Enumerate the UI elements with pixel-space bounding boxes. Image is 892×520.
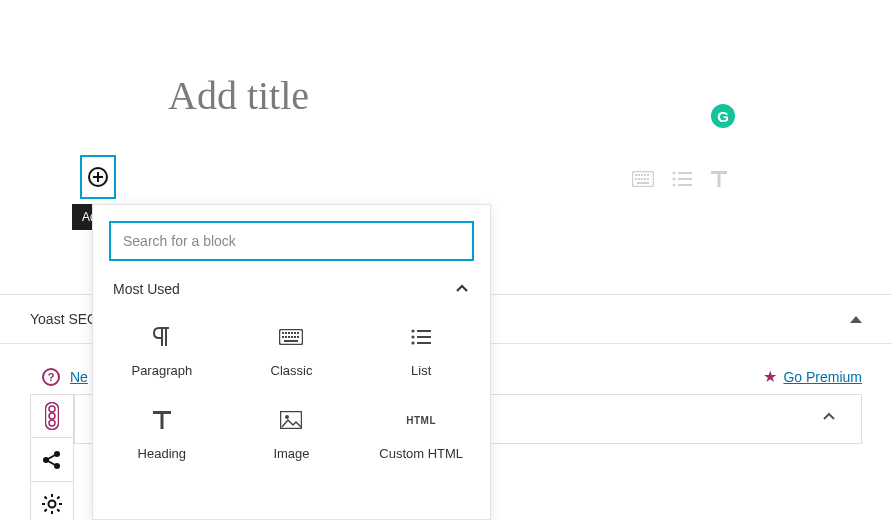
svg-rect-2 bbox=[638, 174, 640, 176]
svg-rect-7 bbox=[638, 178, 640, 180]
block-label: Classic bbox=[271, 363, 313, 378]
svg-rect-8 bbox=[641, 178, 643, 180]
svg-rect-46 bbox=[285, 336, 287, 338]
post-title-placeholder[interactable]: Add title bbox=[168, 72, 892, 119]
yoast-side-tabs bbox=[30, 394, 74, 520]
svg-rect-57 bbox=[417, 342, 431, 344]
block-label: Paragraph bbox=[131, 363, 192, 378]
social-tab[interactable] bbox=[30, 438, 74, 482]
image-icon bbox=[279, 408, 303, 432]
svg-rect-47 bbox=[288, 336, 290, 338]
need-help-label: Ne bbox=[70, 369, 88, 385]
settings-tab[interactable] bbox=[30, 482, 74, 520]
svg-rect-39 bbox=[282, 332, 284, 334]
svg-rect-51 bbox=[284, 340, 298, 342]
go-premium-label: Go Premium bbox=[783, 369, 862, 385]
caret-up-icon bbox=[850, 316, 862, 323]
svg-point-16 bbox=[673, 184, 676, 187]
svg-rect-49 bbox=[294, 336, 296, 338]
svg-rect-10 bbox=[647, 178, 649, 180]
paragraph-icon bbox=[150, 325, 174, 349]
svg-line-37 bbox=[57, 496, 59, 498]
svg-rect-55 bbox=[417, 336, 431, 338]
svg-point-21 bbox=[49, 406, 55, 412]
paragraph-toolbar bbox=[632, 170, 728, 188]
block-label: Image bbox=[273, 446, 309, 461]
block-classic[interactable]: Classic bbox=[227, 307, 357, 390]
yoast-seo-title: Yoast SEO bbox=[30, 311, 98, 327]
svg-rect-11 bbox=[637, 182, 649, 184]
list-icon bbox=[409, 325, 433, 349]
go-premium-link[interactable]: ★ Go Premium bbox=[763, 367, 862, 386]
star-icon: ★ bbox=[763, 367, 777, 386]
section-title: Most Used bbox=[113, 281, 180, 297]
svg-rect-19 bbox=[718, 171, 721, 187]
svg-rect-5 bbox=[647, 174, 649, 176]
readability-tab[interactable] bbox=[30, 394, 74, 438]
block-custom-html[interactable]: HTML Custom HTML bbox=[356, 390, 486, 473]
block-label: Custom HTML bbox=[379, 446, 463, 461]
svg-rect-45 bbox=[282, 336, 284, 338]
grammarly-icon[interactable]: G bbox=[711, 104, 735, 128]
svg-point-52 bbox=[412, 329, 415, 332]
svg-point-61 bbox=[285, 415, 289, 419]
add-block-button[interactable] bbox=[80, 155, 116, 199]
most-used-section-header[interactable]: Most Used bbox=[93, 269, 490, 301]
plus-icon bbox=[88, 167, 108, 187]
block-label: List bbox=[411, 363, 431, 378]
svg-rect-48 bbox=[291, 336, 293, 338]
classic-icon bbox=[279, 325, 303, 349]
svg-rect-50 bbox=[297, 336, 299, 338]
block-search-input[interactable] bbox=[109, 221, 474, 261]
svg-rect-6 bbox=[635, 178, 637, 180]
svg-line-36 bbox=[45, 509, 47, 511]
need-help-link[interactable]: ? Ne bbox=[42, 368, 88, 386]
svg-point-22 bbox=[49, 413, 55, 419]
block-label: Heading bbox=[138, 446, 186, 461]
svg-point-56 bbox=[412, 341, 415, 344]
svg-point-54 bbox=[412, 335, 415, 338]
chevron-up-icon bbox=[454, 281, 470, 297]
svg-rect-41 bbox=[288, 332, 290, 334]
keyboard-icon[interactable] bbox=[632, 171, 654, 187]
svg-rect-4 bbox=[644, 174, 646, 176]
svg-rect-3 bbox=[641, 174, 643, 176]
block-heading[interactable]: Heading bbox=[97, 390, 227, 473]
html-icon: HTML bbox=[409, 408, 433, 432]
svg-rect-1 bbox=[635, 174, 637, 176]
chevron-down-icon bbox=[821, 409, 837, 429]
block-image[interactable]: Image bbox=[227, 390, 357, 473]
help-icon: ? bbox=[42, 368, 60, 386]
svg-rect-44 bbox=[297, 332, 299, 334]
svg-line-34 bbox=[45, 496, 47, 498]
svg-rect-9 bbox=[644, 178, 646, 180]
svg-rect-43 bbox=[294, 332, 296, 334]
list-icon[interactable] bbox=[672, 171, 692, 187]
svg-line-35 bbox=[57, 509, 59, 511]
block-paragraph[interactable]: Paragraph bbox=[97, 307, 227, 390]
svg-rect-53 bbox=[417, 330, 431, 332]
svg-rect-42 bbox=[291, 332, 293, 334]
svg-point-14 bbox=[673, 178, 676, 181]
heading-icon bbox=[150, 408, 174, 432]
text-icon[interactable] bbox=[710, 170, 728, 188]
svg-rect-17 bbox=[678, 184, 692, 186]
block-inserter-popover: Most Used Paragraph Classic bbox=[92, 204, 491, 520]
svg-rect-15 bbox=[678, 178, 692, 180]
svg-point-29 bbox=[49, 500, 56, 507]
svg-point-12 bbox=[673, 172, 676, 175]
svg-line-28 bbox=[48, 461, 55, 465]
svg-rect-40 bbox=[285, 332, 287, 334]
block-list[interactable]: List bbox=[356, 307, 486, 390]
svg-point-23 bbox=[49, 420, 55, 426]
svg-rect-59 bbox=[160, 411, 163, 429]
svg-rect-13 bbox=[678, 172, 692, 174]
svg-line-27 bbox=[48, 455, 55, 459]
